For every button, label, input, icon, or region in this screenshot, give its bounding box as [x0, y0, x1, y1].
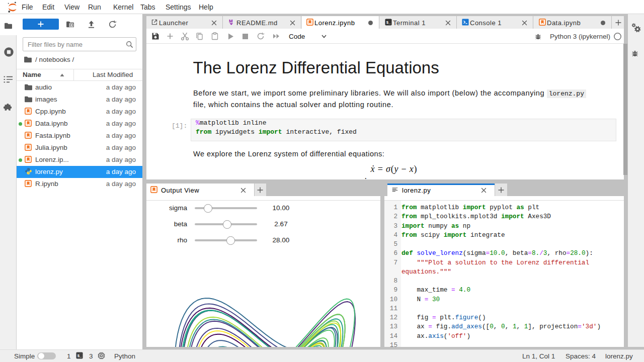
svg-text:M: M	[229, 19, 233, 24]
svg-text:$_: $_	[77, 354, 82, 358]
svg-text:$_: $_	[386, 21, 391, 25]
